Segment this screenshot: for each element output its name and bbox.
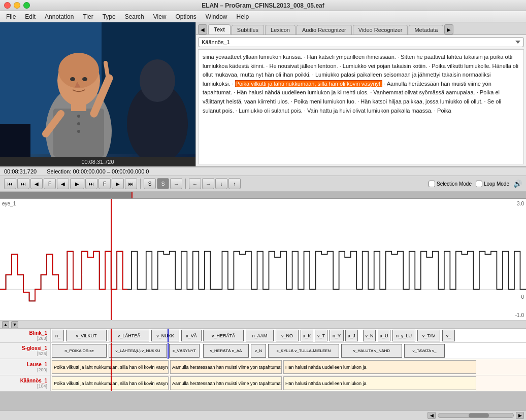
scroll-right-button[interactable]: ▶ xyxy=(516,412,524,419)
next-frame-button[interactable]: ⏭ xyxy=(85,178,97,189)
prev-frame-button[interactable]: ⏭ xyxy=(17,178,29,189)
tier-track-blink[interactable]: n_ v_VILKUT v_LÄHTEÄ v_NUKK x_VÄ v_HERÄT… xyxy=(51,329,526,342)
blink-ann-10[interactable]: v_T xyxy=(315,330,327,341)
blink-ann-4[interactable]: v_NUKK xyxy=(151,330,179,341)
close-button[interactable] xyxy=(4,2,11,9)
blink-ann-7[interactable]: n_AAM xyxy=(246,330,274,341)
menu-window[interactable]: Window xyxy=(202,12,232,21)
main-layout: ELAN – ProGram_CFINSL2013_008_05.eaf Fil… xyxy=(0,0,526,420)
blink-ann-2[interactable]: v_VILKUT xyxy=(66,330,107,341)
right-arrow-button[interactable]: → xyxy=(202,178,214,189)
sglossi-ann-2[interactable]: v_LÄHTEÄ(L) v_NUKKU xyxy=(109,344,167,358)
blink-ann-16[interactable]: v_TAV xyxy=(417,330,440,341)
video-content xyxy=(0,22,195,157)
sglossi-ann-3[interactable]: x_VÄSYNYT xyxy=(169,344,200,358)
menu-type[interactable]: Type xyxy=(98,12,120,21)
blink-blue-marker xyxy=(168,329,169,342)
back-button[interactable]: ◀ xyxy=(57,178,69,189)
left-arrow-button[interactable]: ← xyxy=(189,178,201,189)
loop-mode-text: Loop Mode xyxy=(484,181,509,187)
sglossi-ann-4[interactable]: v_HERÄTÄ n_AA xyxy=(203,344,249,358)
selection-mode-checkbox[interactable] xyxy=(429,181,435,187)
menu-edit[interactable]: Edit xyxy=(21,12,40,21)
down-arrow-button[interactable]: ↓ xyxy=(215,178,227,189)
menu-file[interactable]: File xyxy=(2,12,20,21)
sglossi-ann-1[interactable]: n_POIKA OS:se xyxy=(52,344,107,358)
selection-mode-label[interactable]: Selection Mode xyxy=(429,181,472,187)
bottom-section: eye_1 3.0 0 -1.0 ▲ ▼ Blink_1 xyxy=(0,199,526,420)
separator-2 xyxy=(185,179,186,189)
tier-label-blink: Blink_1 [263] xyxy=(0,329,51,342)
scrollbar-thumb[interactable] xyxy=(469,413,489,417)
menu-annotation[interactable]: Annotation xyxy=(41,12,78,21)
menu-tier[interactable]: Tier xyxy=(79,12,97,21)
menu-options[interactable]: Options xyxy=(172,12,201,21)
tier-label-kaannos: Käännös_1 [104] xyxy=(0,375,51,391)
play-button[interactable]: ▶ xyxy=(70,178,84,189)
lause-ann-1[interactable]: Poika vilkutti ja läht nukkumaan, sillä … xyxy=(52,360,169,374)
volume-icon[interactable]: 🔊 xyxy=(513,180,522,188)
lause-ann-3[interactable]: Hän halusi nähdä uudelleen lumiukon ja xyxy=(283,360,476,374)
scroll-left-button[interactable]: ◀ xyxy=(428,412,436,419)
tab-video-recognizer[interactable]: Video Recognizer xyxy=(353,25,408,34)
tab-next-button[interactable]: ▶ xyxy=(444,24,453,34)
tab-text[interactable]: Text xyxy=(208,24,231,34)
go-to-end-button[interactable]: ⏭ xyxy=(125,178,137,189)
expand-button[interactable]: ▲ xyxy=(2,321,9,328)
minimize-button[interactable] xyxy=(14,2,20,9)
current-time: 00:08:31.720 xyxy=(81,159,114,165)
collapse-button[interactable]: ▼ xyxy=(11,321,18,328)
language-dropdown[interactable]: Käännös_1 xyxy=(198,37,524,47)
tab-metadata[interactable]: Metadata xyxy=(409,25,443,34)
blink-ann-3[interactable]: v_LÄHTEÄ xyxy=(109,330,149,341)
blink-ann-1[interactable]: n_ xyxy=(52,330,64,341)
tab-prev-button[interactable]: ◀ xyxy=(198,24,207,34)
blink-ann-12[interactable]: x_J xyxy=(345,330,358,341)
lause-ann-2[interactable]: Aamulla herätessään hän muisti viime yön… xyxy=(170,360,282,374)
kaannos-ann-2[interactable]: Aamulla herätessään hän muisti viime yön… xyxy=(170,376,282,390)
s-button[interactable]: S xyxy=(144,178,156,189)
blink-ann-6[interactable]: v_HERÄTÄ xyxy=(203,330,244,341)
tier-track-sglossi[interactable]: n_POIKA OS:se v_LÄHTEÄ(L) v_NUKKU x_VÄSY… xyxy=(51,343,526,359)
svg-point-14 xyxy=(77,130,80,133)
tier-row-sglossi: S-glossi_1 [525] n_POIKA OS:se v_LÄHTEÄ(… xyxy=(0,343,526,359)
kaannos-ann-3[interactable]: Hän halusi nähdä uudelleen lumiukon ja xyxy=(283,376,476,390)
tab-lexicon[interactable]: Lexicon xyxy=(265,25,295,34)
sglossi-ann-5[interactable]: v_N xyxy=(251,344,266,358)
blink-ann-5[interactable]: x_VÄ xyxy=(181,330,202,341)
menu-search[interactable]: Search xyxy=(121,12,148,21)
up-arrow-button[interactable]: ↑ xyxy=(228,178,241,189)
sglossi-ann-8[interactable]: v_TAVATA v_ xyxy=(404,344,445,358)
tab-subtitles[interactable]: Subtitles xyxy=(232,25,264,34)
loop-mode-label[interactable]: Loop Mode xyxy=(476,181,509,187)
arrow-button[interactable]: → xyxy=(170,178,182,189)
highlighted-segment: Poika vilkutti ja lähti nukkumaan, sillä… xyxy=(235,80,383,87)
step-back-button[interactable]: ◀ xyxy=(30,178,43,189)
maximize-button[interactable] xyxy=(23,2,30,9)
kaannos-ann-1[interactable]: Poika vilkutti ja läht nukkumaan, sillä … xyxy=(52,376,169,390)
blink-ann-17[interactable]: v_ xyxy=(442,330,455,341)
timeline-scrubber[interactable] xyxy=(0,192,526,199)
menu-help[interactable]: Help xyxy=(233,12,253,21)
s2-button[interactable]: S xyxy=(157,178,169,189)
loop-mode-checkbox[interactable] xyxy=(476,181,482,187)
scrollbar-track[interactable] xyxy=(438,413,514,418)
tab-audio-recognizer[interactable]: Audio Recognizer xyxy=(297,25,352,34)
menu-view[interactable]: View xyxy=(149,12,171,21)
slow-forward-button[interactable]: F xyxy=(98,178,111,189)
tier-track-kaannos[interactable]: Poika vilkutti ja läht nukkumaan, sillä … xyxy=(51,375,526,391)
sglossi-blue-marker xyxy=(168,343,169,359)
blink-ann-14[interactable]: x_U xyxy=(378,330,390,341)
blink-ann-13[interactable]: v_N xyxy=(363,330,376,341)
sglossi-ann-6[interactable]: x_KYLLÄ v_TULLA-MIELEEN xyxy=(268,344,339,358)
sglossi-ann-7[interactable]: v_HALUTA v_NÄHD xyxy=(341,344,402,358)
blink-ann-15[interactable]: n_y_LU xyxy=(392,330,415,341)
slow-back-button[interactable]: F xyxy=(44,178,56,189)
go-to-start-button[interactable]: ⏮ xyxy=(4,178,16,189)
blink-ann-8[interactable]: v_NO xyxy=(276,330,299,341)
blink-ann-11[interactable]: n_Y xyxy=(330,330,344,341)
blink-ann-9[interactable]: x_K xyxy=(301,330,313,341)
tier-track-lause[interactable]: Poika vilkutti ja läht nukkumaan, sillä … xyxy=(51,359,526,375)
text-panel: ◀ Text Subtitles Lexicon Audio Recognize… xyxy=(195,22,526,166)
forward-button[interactable]: ▶ xyxy=(112,178,124,189)
